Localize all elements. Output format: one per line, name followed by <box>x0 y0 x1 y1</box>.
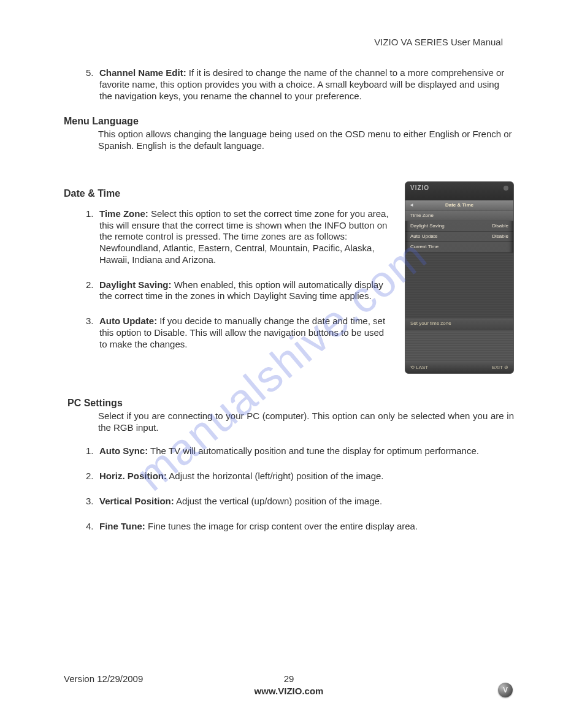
osd-row-label: Daylight Saving <box>410 223 445 229</box>
section-body-menu-language: This option allows changing the language… <box>98 129 514 152</box>
osd-row-time-zone: Time Zone <box>405 211 513 221</box>
osd-grid-area <box>405 330 513 362</box>
osd-header-title: Date & Time <box>445 202 473 208</box>
osd-last-button: ⟲ LAST <box>410 365 428 371</box>
list-number: 2. <box>86 279 99 303</box>
item-label: Channel Name Edit: <box>99 67 186 78</box>
footer-page-number: 29 <box>64 673 514 684</box>
osd-row-label: Current Time <box>410 244 439 250</box>
list-item-fine-tune: 4. Fine Tune: Fine tunes the image for c… <box>86 521 514 533</box>
header-product: VIZIO VA SERIES User Manual <box>374 37 503 47</box>
item-label: Daylight Saving: <box>99 279 172 290</box>
manual-page: VIZIO VA SERIES User Manual 5. Channel N… <box>0 0 563 728</box>
osd-row-label: Auto Update <box>410 233 437 240</box>
section-title-menu-language: Menu Language <box>64 115 514 127</box>
list-item-auto-sync: 1. Auto Sync: The TV will automatically … <box>86 446 514 457</box>
osd-fill-area <box>405 252 513 319</box>
osd-row-current-time: Current Time <box>405 242 513 252</box>
list-item-horiz-position: 2. Horiz. Position: Adjust the horizonta… <box>86 471 514 482</box>
item-label: Fine Tune: <box>99 521 145 531</box>
logo-letter: V <box>503 686 508 694</box>
osd-row-label: Time Zone <box>410 213 434 219</box>
list-item-time-zone: 1. Time Zone: Select this option to set … <box>86 208 394 266</box>
osd-row-auto-update: Auto Update Disable <box>405 232 513 242</box>
list-item-daylight-saving: 2. Daylight Saving: When enabled, this o… <box>86 279 394 303</box>
list-item-auto-update: 3. Auto Update: If you decide to manuall… <box>86 316 394 350</box>
list-number: 1. <box>86 208 99 266</box>
date-time-row: Date & Time 1. Time Zone: Select this op… <box>64 181 514 374</box>
osd-row-value: Disable <box>492 233 508 240</box>
item-label: Auto Update: <box>99 316 157 326</box>
section-title-date-time: Date & Time <box>64 188 394 200</box>
list-number: 4. <box>86 521 99 533</box>
list-number: 1. <box>86 446 99 457</box>
item-text: Adjust the horizontal (left/right) posit… <box>167 471 384 481</box>
list-number: 3. <box>86 316 99 350</box>
back-arrow-icon: ◄ <box>409 202 414 208</box>
section-title-pc-settings: PC Settings <box>67 397 514 409</box>
item-text: The TV will automatically position and t… <box>148 446 479 456</box>
osd-hint-text: Set your time zone <box>405 319 513 330</box>
item-text: Adjust the vertical (up/down) position o… <box>174 496 382 506</box>
osd-exit-button: EXIT ⊘ <box>492 365 508 371</box>
item-label: Time Zone: <box>99 208 148 219</box>
osd-row-daylight-saving: Daylight Saving Disable <box>405 221 513 232</box>
item-text: Fine tunes the image for crisp content o… <box>145 521 418 531</box>
osd-row-value: Disable <box>492 223 508 229</box>
item-label: Horiz. Position: <box>99 471 167 481</box>
list-number: 2. <box>86 471 99 482</box>
date-time-text-column: Date & Time 1. Time Zone: Select this op… <box>64 181 394 364</box>
list-item-channel-name-edit: 5. Channel Name Edit: If it is desired t… <box>86 67 514 102</box>
page-content: 5. Channel Name Edit: If it is desired t… <box>64 67 514 532</box>
list-item-vertical-position: 3. Vertical Position: Adjust the vertica… <box>86 496 514 507</box>
list-number: 5. <box>86 67 99 102</box>
item-label: Auto Sync: <box>99 446 148 456</box>
list-number: 3. <box>86 496 99 507</box>
osd-header: ◄ Date & Time <box>405 200 513 211</box>
pc-settings-list: 1. Auto Sync: The TV will automatically … <box>86 446 514 532</box>
vizio-logo-icon: V <box>498 683 513 697</box>
osd-brand: VIZIO <box>405 182 513 200</box>
list-body: Channel Name Edit: If it is desired to c… <box>99 67 514 102</box>
item-label: Vertical Position: <box>99 496 174 506</box>
osd-footer: ⟲ LAST EXIT ⊘ <box>405 362 513 373</box>
osd-screenshot: VIZIO ◄ Date & Time Time Zone Daylight S… <box>405 181 514 374</box>
date-time-list: 1. Time Zone: Select this option to set … <box>86 208 394 351</box>
section-body-pc-settings: Select if you are connecting to your PC … <box>98 411 514 434</box>
footer-url: www.VIZIO.com <box>64 686 514 696</box>
